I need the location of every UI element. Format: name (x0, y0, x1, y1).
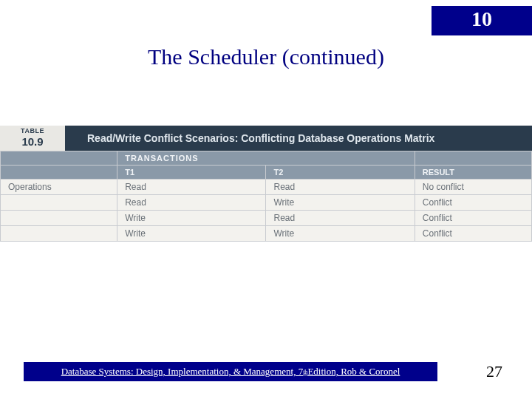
cell-t1: Read (117, 180, 266, 195)
conflict-table: TABLE 10.9 Read/Write Conflict Scenarios… (0, 126, 532, 242)
cell-result: Conflict (415, 226, 531, 242)
row-label: Operations (1, 180, 117, 195)
empty-cell (1, 151, 117, 166)
slide: 10 The Scheduler (continued) TABLE 10.9 … (0, 0, 532, 399)
table-number: 10.9 (21, 136, 43, 149)
empty-cell (1, 166, 117, 180)
t1-header: T1 (117, 166, 266, 180)
footer-prefix: Database Systems: Design, Implementation… (61, 366, 303, 378)
empty-cell (1, 226, 117, 242)
section-row: TRANSACTIONS (1, 151, 532, 166)
cell-t1: Read (117, 195, 266, 211)
cell-t1: Write (117, 211, 266, 226)
table-row: Operations Read Read No conflict (1, 180, 532, 195)
cell-t2: Read (266, 180, 415, 195)
table-header-bar: TABLE 10.9 Read/Write Conflict Scenarios… (0, 126, 532, 151)
page-number: 27 (486, 362, 502, 381)
slide-title: The Scheduler (continued) (0, 44, 532, 69)
cell-t2: Write (266, 226, 415, 242)
cell-t2: Read (266, 211, 415, 226)
chapter-number: 10 (471, 7, 492, 31)
table-row: Write Read Conflict (1, 211, 532, 226)
cell-result: Conflict (415, 211, 531, 226)
table-row: Write Write Conflict (1, 226, 532, 242)
empty-cell (415, 151, 531, 166)
table-row: Read Write Conflict (1, 195, 532, 211)
table-number-cell: TABLE 10.9 (0, 126, 65, 151)
t2-header: T2 (266, 166, 415, 180)
cell-result: No conflict (415, 180, 531, 195)
transactions-header: TRANSACTIONS (117, 151, 415, 166)
table-label: TABLE (21, 128, 44, 135)
chapter-badge: 10 (432, 6, 532, 35)
cell-t2: Write (266, 195, 415, 211)
empty-cell (1, 195, 117, 211)
sub-header-row: T1 T2 RESULT (1, 166, 532, 180)
table-title: Read/Write Conflict Scenarios: Conflicti… (65, 132, 532, 144)
empty-cell (1, 211, 117, 226)
conflict-matrix: TRANSACTIONS T1 T2 RESULT Operations Rea… (0, 151, 532, 242)
result-header: RESULT (415, 166, 531, 180)
cell-result: Conflict (415, 195, 531, 211)
footer-citation: Database Systems: Design, Implementation… (24, 362, 437, 381)
cell-t1: Write (117, 226, 266, 242)
footer-suffix: Edition, Rob & Coronel (307, 366, 400, 378)
